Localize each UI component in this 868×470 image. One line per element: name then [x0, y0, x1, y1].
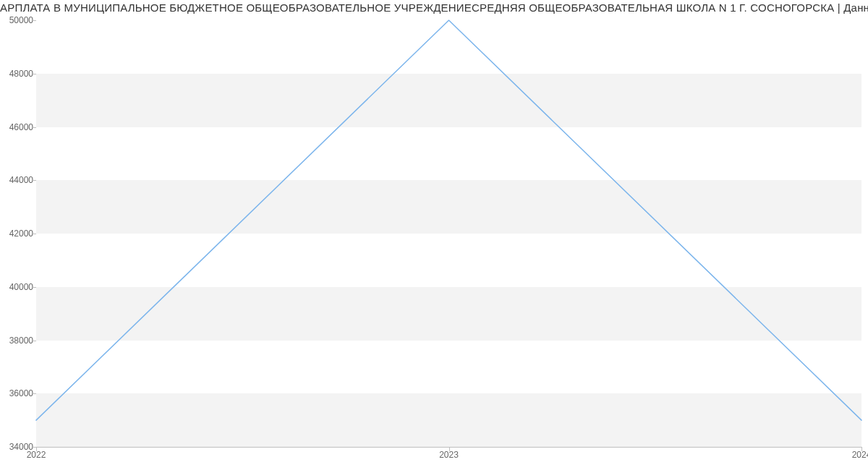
y-axis-tick-label: 44000 — [9, 175, 33, 185]
y-axis-tick-label: 48000 — [9, 69, 33, 79]
y-axis-tick-label: 40000 — [9, 282, 33, 292]
y-axis-tick-mark — [33, 393, 36, 394]
series-line — [36, 20, 861, 420]
x-axis-tick-label: 2022 — [27, 450, 46, 460]
x-axis-tick-mark — [861, 447, 862, 451]
plot-area — [36, 20, 861, 448]
y-axis-tick-mark — [33, 20, 36, 21]
y-axis-tick-label: 36000 — [9, 388, 33, 398]
line-layer — [36, 20, 861, 447]
x-axis-tick-label: 2023 — [439, 450, 459, 460]
y-axis-tick-label: 50000 — [9, 15, 33, 25]
y-axis-tick-mark — [33, 127, 36, 128]
x-axis-tick-mark — [36, 447, 37, 451]
y-axis-tick-mark — [33, 287, 36, 288]
chart-container: АРПЛАТА В МУНИЦИПАЛЬНОЕ БЮДЖЕТНОЕ ОБЩЕОБ… — [0, 0, 868, 470]
x-axis-tick-label: 2024 — [852, 450, 868, 460]
x-axis-tick-mark — [449, 447, 450, 451]
y-axis-tick-mark — [33, 341, 36, 341]
y-axis-tick-label: 46000 — [9, 122, 33, 132]
y-axis-tick-mark — [33, 180, 36, 181]
y-axis-tick-mark — [33, 74, 36, 74]
chart-title: АРПЛАТА В МУНИЦИПАЛЬНОЕ БЮДЖЕТНОЕ ОБЩЕОБ… — [0, 1, 868, 14]
y-axis-tick-label: 38000 — [9, 336, 33, 346]
y-axis-tick-label: 42000 — [9, 228, 33, 239]
y-axis-tick-mark — [33, 234, 36, 234]
